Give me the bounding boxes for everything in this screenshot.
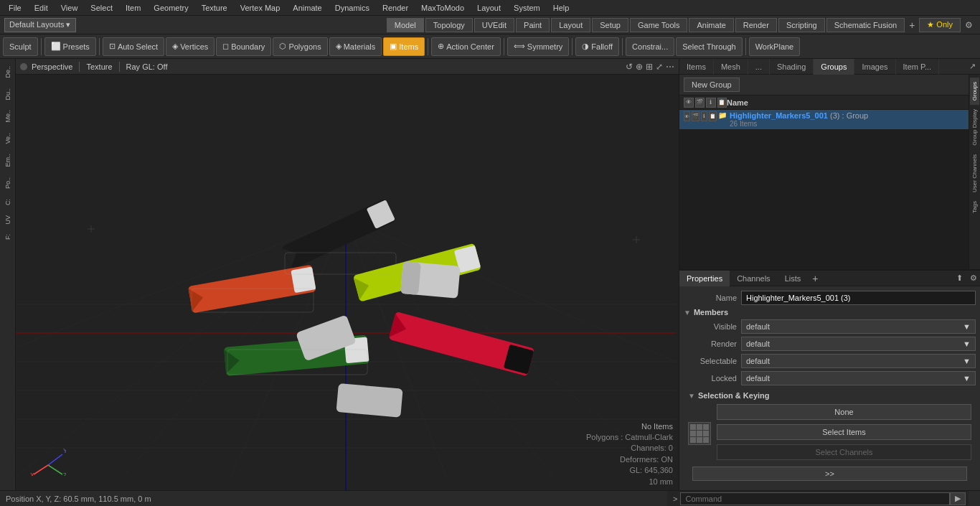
row-icon-info-0[interactable]: ℹ xyxy=(701,111,707,121)
layout-mode-animate[interactable]: Animate xyxy=(689,18,733,32)
polygons-button[interactable]: ⬡ Polygons xyxy=(273,37,327,56)
panel-expand-btn[interactable]: ↗ xyxy=(965,60,980,72)
symmetry-button[interactable]: ⟺ Symmetry xyxy=(507,37,570,56)
panel-tab-mesh[interactable]: Mesh xyxy=(714,59,748,75)
menu-system[interactable]: System xyxy=(508,2,546,14)
row-icon-eye-0[interactable]: 👁 xyxy=(684,111,690,121)
none-button[interactable]: None xyxy=(717,404,971,420)
sidebar-tab-f[interactable]: F: xyxy=(2,230,14,244)
menu-help[interactable]: Help xyxy=(547,2,575,14)
menu-vertex-map[interactable]: Vertex Map xyxy=(235,2,286,14)
select-items-button[interactable]: Select Items xyxy=(717,424,971,440)
prop-expand-btn[interactable]: ⬆ xyxy=(953,272,966,284)
command-input[interactable] xyxy=(680,492,950,505)
col-icon-render[interactable]: 🎬 xyxy=(695,98,705,108)
sidebar-tab-uv[interactable]: UV xyxy=(2,211,14,229)
vertices-button[interactable]: ◈ Vertices xyxy=(166,37,215,56)
layout-mode-layout[interactable]: Layout xyxy=(551,18,590,32)
sidebar-tab-c[interactable]: C: xyxy=(2,195,14,210)
prop-render-dropdown[interactable]: default ▼ xyxy=(741,337,976,351)
select-through-button[interactable]: Select Through xyxy=(676,37,742,56)
prop-tab-add[interactable]: + xyxy=(808,271,822,286)
vp-ctrl-fit[interactable]: ⊞ xyxy=(646,62,653,72)
layout-gear-icon[interactable]: ⚙ xyxy=(962,20,976,30)
menu-edit[interactable]: Edit xyxy=(29,2,54,14)
layout-mode-schematic[interactable]: Schematic Fusion xyxy=(826,18,905,32)
constraint-button[interactable]: Constrai... xyxy=(626,37,674,56)
workplane-button[interactable]: WorkPlane xyxy=(749,37,801,56)
layout-mode-topology[interactable]: Topology xyxy=(425,18,473,32)
panel-tab-more[interactable]: ... xyxy=(748,59,770,75)
menu-animate[interactable]: Animate xyxy=(287,2,327,14)
command-send-button[interactable]: ▶ xyxy=(950,492,966,505)
layout-mode-scripting[interactable]: Scripting xyxy=(778,18,825,32)
layout-only-btn[interactable]: ★ Only xyxy=(919,18,961,32)
layout-mode-gametools[interactable]: Game Tools xyxy=(630,18,688,32)
presets-button[interactable]: ⬜ Presets xyxy=(44,37,96,56)
sidebar-tab-de[interactable]: De.. xyxy=(2,62,14,83)
col-icon-eye[interactable]: 👁 xyxy=(684,98,694,108)
bottom-arrow-button[interactable]: >> xyxy=(692,467,967,481)
menu-dynamics[interactable]: Dynamics xyxy=(329,2,375,14)
menu-item[interactable]: Item xyxy=(120,2,146,14)
rsidebar-tab-groupdisplay[interactable]: Group Display xyxy=(970,105,979,150)
col-icon-copy[interactable]: 📋 xyxy=(717,98,727,108)
menu-maxtomodo[interactable]: MaxToModo xyxy=(415,2,470,14)
sidebar-tab-em[interactable]: Em.. xyxy=(2,149,14,172)
vp-ctrl-zoom[interactable]: ⊕ xyxy=(636,62,643,72)
sel-keying-header[interactable]: ▼ Selection & Keying xyxy=(688,391,971,400)
rsidebar-tab-userchannels[interactable]: User Channels xyxy=(970,150,979,197)
prop-selectable-dropdown[interactable]: default ▼ xyxy=(741,354,976,368)
col-icon-info[interactable]: ℹ xyxy=(706,98,716,108)
prop-tab-channels[interactable]: Channels xyxy=(730,271,777,286)
layout-mode-render[interactable]: Render xyxy=(735,18,777,32)
prop-gear-btn[interactable]: ⚙ xyxy=(967,272,980,284)
group-row-0[interactable]: 👁 🎬 ℹ 📋 📁 Highlighter_Markers5_001 (3) :… xyxy=(679,110,969,129)
prop-locked-dropdown[interactable]: default ▼ xyxy=(741,371,976,385)
menu-view[interactable]: View xyxy=(55,2,84,14)
layout-mode-paint[interactable]: Paint xyxy=(516,18,550,32)
rsidebar-tab-tags[interactable]: Tags xyxy=(970,197,979,217)
viewport-dot[interactable] xyxy=(20,63,27,70)
panel-tab-groups[interactable]: Groups xyxy=(814,59,854,75)
panel-tab-items[interactable]: Items xyxy=(679,59,714,75)
falloff-button[interactable]: ◑ Falloff xyxy=(575,37,619,56)
layout-mode-add[interactable]: + xyxy=(906,19,918,31)
menu-layout[interactable]: Layout xyxy=(471,2,507,14)
rsidebar-tab-groups[interactable]: Groups xyxy=(970,78,979,105)
row-icon-copy-0[interactable]: 📋 xyxy=(709,111,717,121)
prop-name-input[interactable] xyxy=(741,291,976,305)
layout-mode-setup[interactable]: Setup xyxy=(592,18,628,32)
boundary-button[interactable]: ◻ Boundary xyxy=(216,37,271,56)
new-group-button[interactable]: New Group xyxy=(684,78,740,92)
vp-ctrl-expand[interactable]: ⤢ xyxy=(656,62,663,72)
sidebar-tab-me[interactable]: Me.. xyxy=(2,106,14,127)
members-section-header[interactable]: ▼ Members xyxy=(684,308,976,317)
items-button[interactable]: ▣ Items xyxy=(383,37,425,56)
menu-file[interactable]: File xyxy=(3,2,27,14)
panel-tab-shading[interactable]: Shading xyxy=(770,59,814,75)
panel-tab-images[interactable]: Images xyxy=(854,59,895,75)
vp-ctrl-rotate[interactable]: ↺ xyxy=(626,62,633,72)
auto-select-button[interactable]: ⊡ Auto Select xyxy=(103,37,164,56)
layout-mode-model[interactable]: Model xyxy=(387,18,424,32)
sidebar-tab-du[interactable]: Du.. xyxy=(2,84,14,105)
prop-tab-lists[interactable]: Lists xyxy=(778,271,809,286)
panel-tab-item-p[interactable]: Item P... xyxy=(896,59,940,75)
vp-ctrl-more[interactable]: ⋯ xyxy=(666,62,674,72)
row-icon-render-0[interactable]: 🎬 xyxy=(692,111,699,121)
sidebar-tab-po[interactable]: Po.. xyxy=(2,173,14,193)
menu-texture[interactable]: Texture xyxy=(196,2,233,14)
menu-select[interactable]: Select xyxy=(85,2,118,14)
prop-tab-properties[interactable]: Properties xyxy=(679,271,730,286)
materials-button[interactable]: ◈ Materials xyxy=(329,37,382,56)
layout-mode-uvedit[interactable]: UVEdit xyxy=(474,18,514,32)
select-channels-button[interactable]: Select Channels xyxy=(717,444,971,460)
sidebar-tab-ve[interactable]: Ve.. xyxy=(2,128,14,149)
prop-visible-dropdown[interactable]: default ▼ xyxy=(741,319,976,334)
menu-geometry[interactable]: Geometry xyxy=(148,2,194,14)
layout-dropdown[interactable]: Default Layouts ▾ xyxy=(4,18,76,32)
sculpt-button[interactable]: Sculpt xyxy=(3,37,38,56)
menu-render[interactable]: Render xyxy=(377,2,414,14)
viewport-canvas[interactable]: No Items Polygons : Catmull-Clark Channe… xyxy=(16,75,679,490)
